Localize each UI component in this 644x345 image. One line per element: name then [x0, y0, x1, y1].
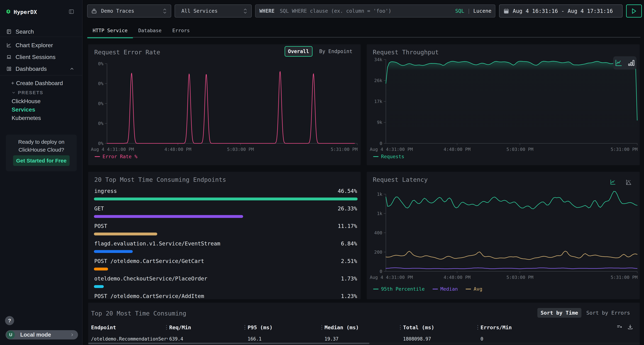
endpoint-label: POST: [94, 223, 107, 229]
endpoint-label: POST /oteldemo.CartService/GetCart: [94, 258, 204, 264]
sidebar-collapse-icon[interactable]: [68, 9, 74, 14]
app-title: HyperDX: [14, 9, 37, 15]
play-icon: [631, 8, 637, 14]
drag-handle-icon[interactable]: ⋮: [475, 324, 477, 330]
sort-button-sort-by-time[interactable]: Sort by Time: [538, 308, 582, 318]
endpoint-percent: 26.33%: [338, 205, 357, 212]
sidebar-item-chart-explorer[interactable]: Chart Explorer: [0, 39, 82, 51]
sidebar-item-kubernetes[interactable]: Kubernetes: [0, 114, 82, 122]
source-select-value: Demo Traces: [101, 8, 134, 14]
endpoint-row[interactable]: GET26.33%: [94, 201, 354, 219]
plus-icon: [11, 81, 15, 85]
svg-text:0%: 0%: [98, 121, 104, 126]
table-scrollbar-thumb[interactable]: [88, 343, 370, 344]
svg-text:Aug 4 4:31:00 PM: Aug 4 4:31:00 PM: [370, 275, 413, 280]
service-select[interactable]: All Services: [174, 4, 252, 17]
endpoint-row[interactable]: oteldemo.CheckoutService/PlaceOrder1.73%: [94, 272, 354, 289]
select-chevrons-icon: [162, 8, 167, 14]
sidebar-item-dashboards[interactable]: Dashboards: [0, 63, 82, 75]
svg-text:4:48:00 PM: 4:48:00 PM: [444, 275, 471, 280]
chart-legend: Error Rate %: [95, 154, 138, 159]
get-started-button[interactable]: Get Started for Free: [13, 155, 70, 166]
svg-text:5:03:00 PM: 5:03:00 PM: [227, 147, 254, 152]
endpoints-table: EndpointReq/Min⋮P95 (ms)⋮Median (ms)⋮Tot…: [91, 321, 637, 345]
endpoint-label: flagd.evaluation.v1.Service/EventStream: [94, 240, 220, 247]
sidebar: HyperDX SearchChart ExplorerClient Sessi…: [0, 0, 82, 345]
user-menu[interactable]: U Local mode: [6, 330, 78, 340]
sidebar-item-search[interactable]: Search: [0, 26, 82, 37]
legend-swatch: [432, 289, 438, 289]
sidebar-item-services[interactable]: Services: [0, 105, 82, 114]
endpoint-percent: 6.84%: [341, 240, 357, 247]
preset-label: Kubernetes: [12, 115, 41, 121]
chart-legend: Requests: [373, 154, 404, 159]
endpoint-bar-list: ingress46.54%GET26.33%POST11.17%flagd.ev…: [94, 184, 354, 299]
run-query-button[interactable]: [626, 4, 642, 17]
table-cell: 166.1: [248, 336, 262, 342]
panel-title: Top 20 Most Time Consuming: [91, 310, 186, 317]
table-cell: 1808098.97: [403, 336, 431, 342]
sort-button-sort-by-errors[interactable]: Sort by Errors: [583, 308, 633, 318]
svg-text:0: 0: [380, 269, 382, 274]
table-scrollbar: [88, 343, 640, 344]
endpoint-row[interactable]: flagd.evaluation.v1.Service/EventStream6…: [94, 237, 354, 254]
endpoint-label: GET: [94, 205, 104, 212]
sidebar-item-create-dashboard[interactable]: Create Dashboard: [0, 78, 82, 88]
preset-label: Services: [12, 106, 35, 113]
where-label: WHERE: [260, 8, 274, 14]
source-select[interactable]: Demo Traces: [87, 4, 171, 17]
drag-handle-icon[interactable]: ⋮: [164, 324, 166, 330]
panel-top-endpoints: 20 Top Most Time Consuming Endpoints ing…: [88, 172, 361, 299]
endpoint-row[interactable]: POST11.17%: [94, 219, 354, 237]
endpoint-row[interactable]: ingress46.54%: [94, 184, 354, 201]
sidebar-item-clickhouse[interactable]: ClickHouse: [0, 97, 82, 105]
legend-swatch: [373, 156, 378, 157]
error_rate-svg: 0%0%0%0%0%Aug 4 4:31:00 PM4:48:00 PM5:03…: [88, 44, 361, 165]
legend-label: Requests: [381, 154, 404, 159]
drag-handle-icon[interactable]: ⋮: [319, 324, 321, 330]
query-language-toggle[interactable]: SQL | Lucene: [455, 8, 492, 14]
column-header-median-ms-[interactable]: Median (ms): [324, 325, 359, 331]
legend-label: Avg: [474, 286, 482, 292]
line-chart-icon[interactable]: [614, 59, 623, 67]
legend-label: Error Rate %: [102, 154, 138, 159]
drag-handle-icon[interactable]: ⋮: [398, 324, 400, 330]
svg-text:17k: 17k: [374, 99, 382, 104]
tab-errors[interactable]: Errors: [167, 23, 195, 37]
journal-icon: [6, 28, 12, 35]
endpoint-percent: 46.54%: [338, 188, 357, 194]
panel-top-time-consuming-table: Top 20 Most Time Consuming Sort by TimeS…: [88, 303, 640, 345]
help-button[interactable]: ?: [5, 316, 14, 325]
app-root: HyperDX SearchChart ExplorerClient Sessi…: [0, 0, 644, 345]
svg-text:4:48:00 PM: 4:48:00 PM: [164, 147, 192, 152]
column-header-total-ms-[interactable]: Total (ms): [403, 325, 434, 331]
column-header-errors-min[interactable]: Errors/Min: [480, 325, 512, 331]
tab-database[interactable]: Database: [133, 23, 167, 37]
svg-text:5:03:00 PM: 5:03:00 PM: [506, 275, 534, 280]
legend-item: Avg: [466, 286, 482, 292]
sidebar-item-client-sessions[interactable]: Client Sessions: [0, 51, 82, 63]
drag-handle-icon[interactable]: ⋮: [242, 324, 244, 330]
column-header-p95-ms-[interactable]: P95 (ms): [248, 325, 273, 331]
table-cell: 639.4: [169, 336, 183, 342]
svg-text:0%: 0%: [98, 101, 104, 106]
table-cell: 19.37: [324, 336, 338, 342]
endpoint-row[interactable]: POST /oteldemo.CartService/GetCart2.51%: [94, 254, 354, 272]
column-header-endpoint[interactable]: Endpoint: [91, 325, 116, 331]
column-header-req-min[interactable]: Req/Min: [169, 325, 191, 331]
bar-chart-icon[interactable]: [627, 59, 635, 67]
tab-http-service[interactable]: HTTP Service: [87, 23, 133, 37]
svg-text:0: 0: [380, 141, 382, 146]
svg-text:34k: 34k: [374, 57, 382, 62]
where-input[interactable]: WHERE SQL WHERE clause (ex. column = 'fo…: [255, 4, 495, 17]
endpoint-row[interactable]: POST /oteldemo.CartService/AddItem1.23%: [94, 289, 354, 299]
sidebar-item-label: Chart Explorer: [16, 42, 53, 49]
endpoint-bar: [94, 250, 133, 253]
time-range-input[interactable]: Aug 4 16:31:16 - Aug 4 17:31:16: [499, 4, 622, 17]
svg-text:26k: 26k: [374, 78, 382, 83]
svg-text:400: 400: [374, 230, 382, 235]
chevron-right-icon: [70, 333, 74, 337]
sidebar-presets-toggle[interactable]: PRESETS: [0, 88, 82, 97]
svg-text:0%: 0%: [98, 141, 104, 146]
chevron-down-icon: [12, 91, 16, 95]
